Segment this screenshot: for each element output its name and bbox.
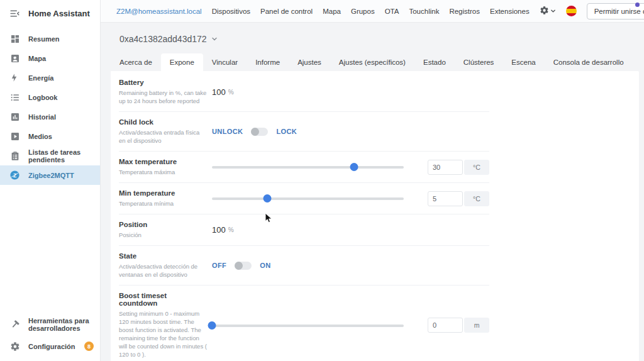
device-id: 0xa4c1382add43d172 — [119, 34, 207, 44]
toggle-knob — [251, 128, 259, 136]
nav-link-grupos[interactable]: Grupos — [351, 8, 375, 15]
expose-name: Child lock — [119, 118, 207, 126]
sidebar-item-label: Logbook — [28, 94, 57, 101]
navbar-settings-dropdown[interactable] — [540, 6, 556, 16]
sidebar-item-label: Zigbee2MQTT — [28, 172, 74, 179]
expose-description: Posición — [119, 231, 207, 239]
slider-track — [212, 325, 404, 327]
map-icon — [9, 53, 20, 64]
nav-link-touchlink[interactable]: Touchlink — [409, 8, 439, 15]
expose-row-state: StateActiva/desactiva detección de venta… — [119, 246, 489, 286]
value-input[interactable] — [428, 318, 463, 333]
device-id-dropdown[interactable]: 0xa4c1382add43d172 — [119, 34, 639, 44]
nav-link-panel-de-control[interactable]: Panel de control — [260, 8, 313, 15]
sidebar-collapse-icon[interactable] — [9, 8, 20, 19]
expose-description: Temperatura mínima — [119, 199, 207, 208]
sidebar-item-label: Energía — [28, 74, 53, 82]
exposes-list: BatteryRemaining battery in %, can take … — [119, 72, 489, 361]
sidebar-item-label: Resumen — [28, 35, 60, 43]
expose-unit: % — [228, 226, 234, 233]
logbook-icon — [9, 92, 20, 103]
sidebar-item-label: Listas de tareas pendientes — [28, 148, 96, 164]
flag-stripe — [566, 13, 577, 16]
sidebar: Home Assistant ResumenMapaEnergíaLogbook… — [0, 0, 101, 361]
tab-estado[interactable]: Estado — [414, 53, 455, 71]
expose-control: 100% — [212, 225, 489, 235]
svg-text:Z: Z — [13, 172, 16, 179]
toggle-on-option[interactable]: ON — [260, 262, 270, 269]
expose-control: °C — [212, 191, 489, 206]
toggle-off-option[interactable]: UNLOCK — [212, 128, 243, 135]
expose-name: Position — [119, 221, 207, 228]
tab-ajustes-espec-ficos[interactable]: Ajustes (específicos) — [330, 53, 414, 71]
sidebar-item-medios[interactable]: Medios — [0, 126, 100, 146]
toggle-on-option[interactable]: LOCK — [276, 128, 297, 135]
language-flag-spain-icon[interactable] — [566, 6, 577, 16]
tab-ajustes[interactable]: Ajustes — [289, 53, 330, 71]
expose-row-max-temperature: Max temperatureTemperatura máxima°C — [119, 152, 489, 183]
nav-link-ota[interactable]: OTA — [385, 8, 399, 15]
tab-acerca-de[interactable]: Acerca de — [111, 53, 161, 71]
z2m-navbar: Z2M@homeassistant.local DispositivosPane… — [101, 0, 644, 23]
nav-link-extensiones[interactable]: Extensiones — [490, 8, 530, 15]
tab-cl-steres[interactable]: Clústeres — [455, 53, 503, 71]
expose-value: 100 — [212, 225, 226, 235]
expose-name: Max temperature — [119, 158, 207, 165]
value-slider[interactable] — [212, 321, 404, 330]
expose-control: 100% — [212, 87, 489, 97]
sidebar-item-configuraci-n[interactable]: Configuración8 — [0, 336, 100, 356]
z2m-brand-link[interactable]: Z2M@homeassistant.local — [116, 8, 202, 15]
value-input-group: °C — [428, 160, 489, 175]
nav-link-mapa[interactable]: Mapa — [323, 8, 341, 15]
history-icon — [9, 111, 20, 122]
expose-row-boost-timeset-countdown: Boost timeset countdownSetting minimum 0… — [119, 286, 489, 361]
toggle-switch[interactable] — [251, 128, 268, 136]
sidebar-item-label: Historial — [28, 113, 56, 121]
toggle-off-option[interactable]: OFF — [212, 262, 226, 269]
expose-control: °C — [212, 160, 489, 175]
expose-control: m — [212, 318, 489, 333]
recording-indicator-dot — [635, 3, 640, 7]
expose-name: Boost timeset countdown — [119, 292, 207, 307]
expose-header: StateActiva/desactiva detección de venta… — [119, 252, 207, 279]
tab-informe[interactable]: Informe — [247, 53, 289, 71]
sidebar-item-energ-a[interactable]: Energía — [0, 68, 100, 87]
expose-description: Activa/desactiva entrada física en el di… — [119, 128, 207, 145]
value-slider[interactable] — [212, 163, 404, 171]
tab-consola-de-desarrollo[interactable]: Consola de desarrollo — [545, 53, 633, 71]
sidebar-item-mapa[interactable]: Mapa — [0, 48, 100, 68]
expose-description: Activa/desactiva detección de ventanas e… — [119, 262, 207, 279]
toggle-switch[interactable] — [235, 262, 252, 270]
unit-addon: °C — [464, 191, 489, 206]
value-input[interactable] — [428, 160, 463, 175]
sidebar-item-historial[interactable]: Historial — [0, 107, 100, 126]
sidebar-item-herramientas-para-desarrolladores[interactable]: Herramientas para desarrolladores — [0, 313, 100, 336]
unit-addon: °C — [464, 160, 489, 175]
sidebar-item-resumen[interactable]: Resumen — [0, 29, 100, 48]
slider-knob[interactable] — [350, 163, 358, 171]
tab-expone[interactable]: Expone — [161, 53, 203, 71]
value-input-group: °C — [428, 191, 489, 206]
sidebar-item-listas-de-tareas-pendientes[interactable]: Listas de tareas pendientes — [0, 146, 100, 165]
expose-description: Remaining battery in %, can take up to 2… — [119, 89, 207, 105]
zigbee2mqtt-icon: Z — [9, 170, 20, 181]
slider-knob[interactable] — [208, 321, 216, 330]
expose-name: Battery — [119, 79, 207, 86]
chevron-down-icon — [550, 8, 556, 15]
nav-link-dispositivos[interactable]: Dispositivos — [212, 8, 250, 15]
tab-escena[interactable]: Escena — [502, 53, 544, 71]
toggle-knob — [235, 262, 243, 270]
sidebar-item-logbook[interactable]: Logbook — [0, 87, 100, 107]
energy-icon — [9, 72, 20, 83]
sidebar-item-zigbee2mqtt[interactable]: ZZigbee2MQTT — [0, 165, 100, 185]
nav-link-registros[interactable]: Registros — [449, 8, 480, 15]
sidebar-header: Home Assistant — [0, 0, 100, 26]
tab-vincular[interactable]: Vincular — [203, 53, 247, 71]
media-icon — [9, 131, 20, 142]
value-slider[interactable] — [212, 194, 404, 203]
value-input[interactable] — [428, 191, 463, 206]
todo-icon — [9, 150, 20, 161]
slider-knob[interactable] — [264, 194, 272, 203]
notification-badge: 8 — [84, 342, 94, 351]
app-window: Home Assistant ResumenMapaEnergíaLogbook… — [0, 0, 644, 361]
